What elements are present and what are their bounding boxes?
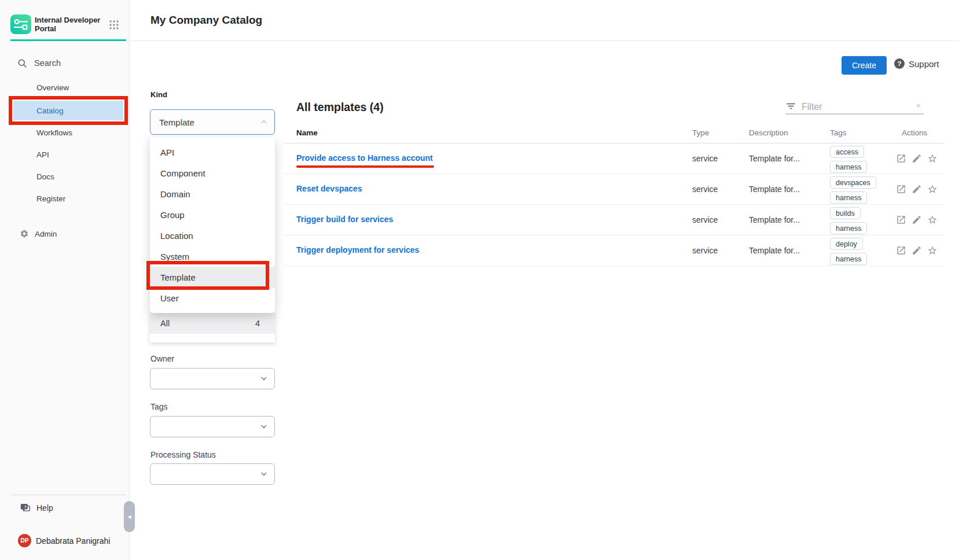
kind-count-row-all[interactable]: All 4: [150, 312, 275, 334]
processing-status-select[interactable]: [150, 463, 275, 485]
sidebar-divider: [10, 495, 126, 495]
edit-icon[interactable]: [912, 245, 922, 256]
clear-icon[interactable]: ✕: [916, 102, 921, 110]
sidebar-item-search[interactable]: Search: [17, 54, 116, 72]
kind-label: Kind: [150, 90, 167, 99]
kind-count-card: All 4: [150, 312, 275, 342]
page-title: My Company Catalog: [150, 14, 262, 27]
edit-icon[interactable]: [912, 153, 922, 164]
description-cell: Template for...: [749, 215, 800, 224]
tags-cell: access harness: [830, 146, 867, 173]
column-header-name: Name: [296, 128, 318, 137]
kind-select-value: Template: [159, 117, 194, 127]
create-button[interactable]: Create: [842, 56, 887, 75]
sidebar-item-api[interactable]: API: [36, 150, 117, 159]
column-header-tags: Tags: [830, 128, 847, 137]
avatar[interactable]: DP: [18, 534, 31, 547]
star-icon[interactable]: [927, 215, 938, 225]
sidebar-item-catalog[interactable]: Catalog: [13, 101, 123, 120]
table-row: Provide access to Harness account servic…: [284, 143, 945, 174]
star-icon[interactable]: [927, 245, 938, 256]
external-link-icon[interactable]: [896, 245, 906, 256]
sidebar-item-register[interactable]: Register: [36, 194, 117, 203]
tag-chip: harness: [830, 191, 867, 204]
type-cell: service: [692, 154, 718, 163]
table-row: Trigger deployment for services service …: [284, 235, 945, 266]
support-link[interactable]: Support: [909, 59, 939, 69]
brand-logo-icon[interactable]: [10, 14, 31, 34]
search-icon: [17, 58, 27, 68]
kind-option-group[interactable]: Group: [150, 204, 275, 225]
tag-chip: builds: [830, 207, 861, 219]
apps-grid-icon[interactable]: [109, 20, 119, 32]
tag-chip: harness: [830, 161, 867, 173]
gear-icon: [20, 229, 29, 238]
kind-option-api[interactable]: API: [150, 142, 275, 163]
star-icon[interactable]: [927, 153, 938, 164]
actions-cell: [896, 245, 938, 256]
tags-select[interactable]: [150, 416, 275, 437]
all-label: All: [160, 319, 170, 328]
tag-chip: harness: [830, 222, 867, 234]
actions-cell: [896, 215, 938, 225]
edit-icon[interactable]: [912, 215, 922, 225]
sidebar-item-docs[interactable]: Docs: [36, 172, 117, 181]
table-title: All templates (4): [296, 101, 384, 114]
external-link-icon[interactable]: [896, 184, 906, 194]
svg-text:?: ?: [24, 505, 27, 509]
type-cell: service: [692, 185, 718, 194]
template-link[interactable]: Reset devspaces: [296, 184, 362, 193]
search-label: Search: [34, 58, 61, 68]
sidebar-item-help[interactable]: ? Help: [20, 503, 53, 513]
tags-cell: devspaces harness: [830, 176, 876, 204]
sidebar-collapse-handle[interactable]: ◀: [124, 501, 135, 532]
kind-option-component[interactable]: Component: [150, 163, 275, 183]
template-link[interactable]: Provide access to Harness account: [296, 153, 433, 163]
tag-chip: devspaces: [830, 176, 876, 189]
sidebar-item-workflows[interactable]: Workflows: [36, 128, 117, 137]
filter-underline: [785, 113, 924, 115]
edit-icon[interactable]: [912, 184, 922, 194]
column-header-actions: Actions: [902, 128, 927, 137]
kind-option-location[interactable]: Location: [150, 225, 275, 246]
processing-status-label: Processing Status: [150, 450, 216, 459]
admin-label: Admin: [35, 230, 57, 238]
app-window: Internal Developer Portal Search Overvie…: [0, 0, 959, 560]
kind-option-system[interactable]: System: [150, 246, 275, 267]
table-row: Reset devspaces service Template for... …: [284, 174, 945, 205]
kind-option-user[interactable]: User: [150, 288, 275, 308]
tags-filter-label: Tags: [150, 402, 168, 411]
template-link[interactable]: Trigger build for services: [296, 215, 393, 224]
sidebar-item-overview[interactable]: Overview: [36, 83, 117, 92]
chevron-down-icon: [259, 469, 269, 481]
description-cell: Template for...: [749, 154, 800, 163]
type-cell: service: [692, 246, 718, 255]
brand-divider: [10, 39, 126, 41]
kind-option-template[interactable]: Template: [150, 267, 275, 288]
tag-chip: deploy: [830, 238, 863, 250]
table-filter: ✕: [785, 100, 924, 115]
sidebar-item-admin[interactable]: Admin: [20, 229, 57, 238]
sidebar: Internal Developer Portal Search Overvie…: [0, 0, 130, 560]
column-header-type: Type: [692, 128, 709, 137]
collapse-icon: ◀: [127, 514, 131, 520]
filter-icon: [785, 101, 796, 114]
kind-select[interactable]: Template: [150, 109, 275, 135]
table-header-row: Name Type Description Tags Actions: [284, 124, 945, 143]
external-link-icon[interactable]: [896, 215, 906, 225]
kind-option-domain[interactable]: Domain: [150, 183, 275, 204]
tag-chip: harness: [830, 253, 867, 265]
owner-label: Owner: [150, 354, 174, 363]
star-icon[interactable]: [927, 184, 938, 194]
chevron-down-icon: [259, 422, 269, 433]
description-cell: Template for...: [749, 246, 800, 255]
help-icon: ?: [20, 503, 31, 513]
owner-select[interactable]: [150, 368, 275, 389]
kind-options-menu: API Component Domain Group Location Syst…: [150, 137, 275, 313]
user-name: Debabrata Panigrahi: [36, 536, 110, 546]
type-cell: service: [692, 215, 718, 224]
external-link-icon[interactable]: [896, 153, 906, 164]
question-icon: ?: [894, 58, 905, 69]
template-link[interactable]: Trigger deployment for services: [296, 245, 419, 255]
filter-input[interactable]: [800, 100, 901, 115]
